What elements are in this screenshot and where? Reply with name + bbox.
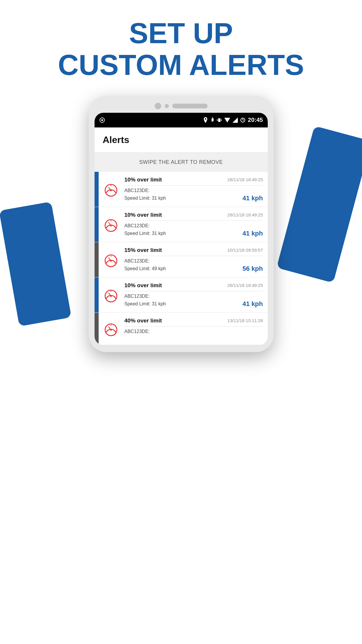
app-title: Alerts: [103, 134, 260, 145]
phone-frame: 20:45 Alerts SWIPE THE ALERT TO REMOVE: [89, 96, 274, 352]
alert-speed-limit: Speed Limit: 31 kph: [124, 231, 166, 236]
svg-rect-6: [221, 119, 222, 121]
phone-screen: 20:45 Alerts SWIPE THE ALERT TO REMOVE: [95, 113, 268, 345]
status-time: 20:45: [248, 117, 263, 123]
svg-rect-5: [217, 119, 218, 121]
alert-title: 10% over limit: [124, 176, 162, 183]
alert-timestamp: 10/11/18 09:59:57: [228, 248, 263, 253]
alert-title: 40% over limit: [124, 317, 162, 324]
alert-icon-area: [99, 278, 123, 312]
alert-timestamp: 26/11/18 18:49:25: [228, 177, 263, 182]
alert-bottom-row: Speed Limit: 31 kph 41 kph: [124, 300, 263, 308]
alert-timestamp: 13/11/18 15:11:28: [228, 318, 263, 323]
page-header: SET UP CUSTOM ALERTS: [0, 0, 362, 93]
status-left-icons: [99, 117, 105, 123]
alert-vehicle: ABC123DE:: [124, 223, 263, 228]
svg-point-32: [110, 295, 112, 297]
speedometer-icon: [103, 217, 119, 232]
phone-camera: [155, 103, 161, 109]
alert-vehicle: ABC123DE:: [124, 188, 263, 193]
speedometer-icon: [103, 287, 119, 302]
alert-icon-area: [99, 207, 123, 242]
svg-point-14: [110, 189, 112, 191]
wifi-icon: [224, 118, 230, 122]
alert-title: 10% over limit: [124, 282, 162, 289]
phone-wrapper: 20:45 Alerts SWIPE THE ALERT TO REMOVE: [0, 96, 362, 352]
alert-speed-value: 41 kph: [243, 230, 263, 237]
alert-vehicle: ABC123DE:: [124, 258, 263, 264]
svg-point-20: [110, 225, 112, 226]
alert-icon-area: [99, 313, 123, 345]
ring-icon: [240, 117, 245, 123]
alert-side-bar-blue: [95, 172, 99, 207]
alert-speed-value: 56 kph: [243, 265, 263, 273]
alert-vehicle: ABC123DE:: [124, 294, 263, 299]
alert-speed-limit: Speed Limit: 31 kph: [124, 301, 166, 307]
alert-divider: [124, 221, 263, 221]
bluetooth-icon: [210, 117, 214, 123]
alert-title: 15% over limit: [124, 247, 162, 253]
alert-bottom-row: Speed Limit: 31 kph 41 kph: [124, 230, 263, 237]
signal-icon: [233, 117, 238, 123]
alert-divider: [124, 291, 263, 291]
status-right-icons: 20:45: [203, 117, 263, 123]
status-bar: 20:45: [95, 113, 268, 127]
alert-speed-limit: Speed Limit: 31 kph: [124, 196, 166, 201]
alert-content: 10% over limit 26/11/18 18:49:25 ABC123D…: [123, 278, 268, 312]
alert-top-row: 10% over limit 26/11/18 18:49:25: [124, 176, 263, 183]
alert-item[interactable]: 10% over limit 26/11/18 18:49:25 ABC123D…: [95, 278, 268, 313]
alert-list: 10% over limit 26/11/18 18:49:25 ABC123D…: [95, 172, 268, 345]
alert-vehicle: ABC123DE:: [124, 329, 263, 334]
svg-rect-4: [218, 118, 220, 122]
alert-top-row: 10% over limit 26/11/18 18:49:25: [124, 212, 263, 218]
alert-divider: [124, 326, 263, 327]
alert-bottom-row: Speed Limit: 49 kph 56 kph: [124, 265, 263, 273]
speedometer-icon: [103, 252, 119, 267]
alert-content: 40% over limit 13/11/18 15:11:28 ABC123D…: [123, 313, 268, 345]
alert-divider: [124, 185, 263, 186]
location-icon: [203, 117, 208, 123]
alert-timestamp: 26/11/18 18:49:25: [228, 212, 263, 217]
svg-point-38: [110, 329, 112, 331]
alert-item[interactable]: 10% over limit 26/11/18 18:49:25 ABC123D…: [95, 207, 268, 242]
alert-bottom-row: Speed Limit: 31 kph 41 kph: [124, 194, 263, 202]
alert-timestamp: 26/11/18 18:49:25: [228, 283, 263, 288]
page-title: SET UP CUSTOM ALERTS: [0, 18, 362, 81]
vibrate-icon: [217, 117, 222, 123]
alert-top-row: 15% over limit 10/11/18 09:59:57: [124, 247, 263, 253]
alert-side-bar-blue: [95, 207, 99, 242]
alert-side-bar-dark: [95, 242, 99, 277]
alert-item[interactable]: 10% over limit 26/11/18 18:49:25 ABC123D…: [95, 172, 268, 207]
speedometer-icon: [103, 321, 119, 336]
alert-item[interactable]: 15% over limit 10/11/18 09:59:57 ABC123D…: [95, 242, 268, 278]
alert-side-bar-dark: [95, 313, 99, 345]
blue-shape-right: [277, 126, 362, 283]
svg-point-1: [101, 119, 103, 121]
target-icon: [99, 117, 105, 123]
alert-top-row: 10% over limit 26/11/18 18:49:25: [124, 282, 263, 289]
alert-title: 10% over limit: [124, 212, 162, 218]
alert-divider: [124, 256, 263, 256]
svg-point-26: [110, 260, 112, 262]
phone-top-hardware: [95, 103, 268, 109]
svg-marker-8: [233, 117, 238, 123]
phone-dot: [165, 104, 169, 108]
alert-content: 15% over limit 10/11/18 09:59:57 ABC123D…: [123, 242, 268, 277]
blue-shape-left: [0, 201, 71, 326]
speedometer-icon: [103, 181, 119, 197]
alert-speed-limit: Speed Limit: 49 kph: [124, 266, 166, 271]
alert-speed-value: 41 kph: [243, 300, 263, 308]
alert-icon-area: [99, 172, 123, 207]
alert-item[interactable]: 40% over limit 13/11/18 15:11:28 ABC123D…: [95, 313, 268, 345]
alert-speed-value: 41 kph: [243, 194, 263, 202]
alert-icon-area: [99, 242, 123, 277]
alert-side-bar-blue: [95, 278, 99, 312]
alert-top-row: 40% over limit 13/11/18 15:11:28: [124, 317, 263, 324]
swipe-hint: SWIPE THE ALERT TO REMOVE: [95, 153, 268, 172]
app-header: Alerts: [95, 127, 268, 153]
phone-speaker: [172, 104, 208, 108]
svg-marker-7: [224, 118, 230, 122]
alert-content: 10% over limit 26/11/18 18:49:25 ABC123D…: [123, 172, 268, 207]
alert-content: 10% over limit 26/11/18 18:49:25 ABC123D…: [123, 207, 268, 242]
